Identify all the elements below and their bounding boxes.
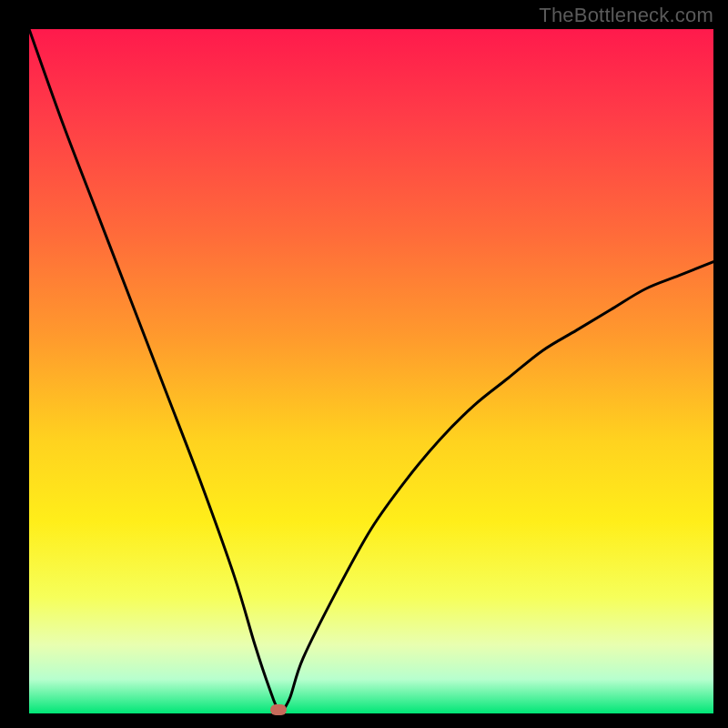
bottleneck-curve (29, 29, 713, 713)
plot-frame (29, 29, 713, 713)
optimal-point-marker (270, 704, 287, 715)
watermark-text: TheBottleneck.com (539, 4, 713, 27)
